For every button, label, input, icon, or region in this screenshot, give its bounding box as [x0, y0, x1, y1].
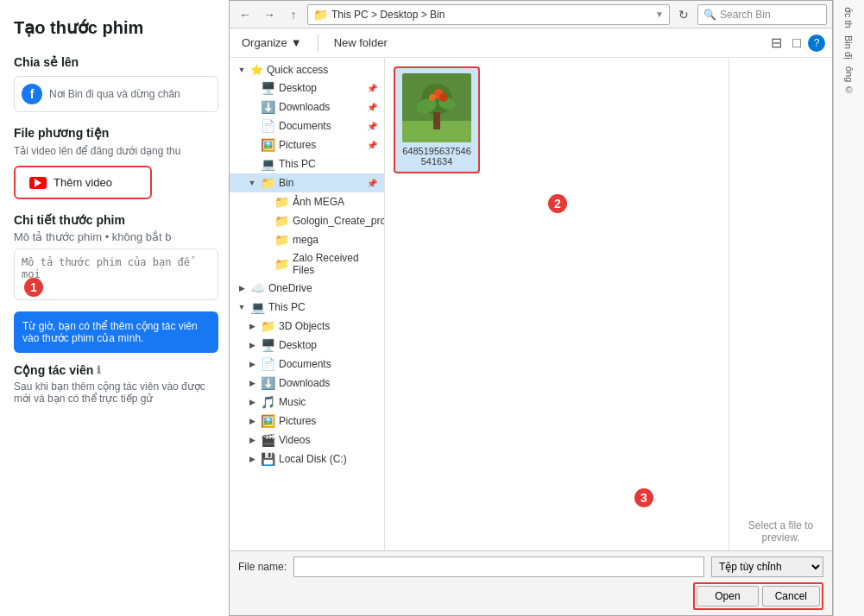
open-button[interactable]: Open [697, 586, 758, 607]
quick-access-icon: ⭐ [250, 64, 263, 76]
desktop-expand-icon [247, 83, 257, 93]
desktop-folder-icon: 🖥️ [261, 81, 275, 95]
svg-point-7 [439, 93, 448, 102]
tree-item-onedrive[interactable]: ▶ ☁️ OneDrive [230, 279, 384, 298]
tree-item-mega[interactable]: 📁 mega [230, 230, 384, 249]
3dobjects-expand-icon: ▶ [247, 321, 257, 331]
new-folder-button[interactable]: New folder [329, 34, 393, 52]
address-path[interactable]: 📁 This PC > Desktop > Bin ▼ [307, 4, 670, 25]
tree-item-desktop2[interactable]: ▶ 🖥️ Desktop [230, 336, 384, 355]
thispc2-folder-icon: 💻 [250, 300, 265, 314]
file-item-0[interactable]: 6485195637546541634 [394, 66, 480, 173]
desktop2-expand-icon: ▶ [247, 340, 257, 350]
refresh-button[interactable]: ↻ [673, 4, 694, 25]
tree-item-anh-mega[interactable]: 📁 Ảnh MEGA [230, 192, 384, 211]
page-title: Tạo thước phim [14, 17, 218, 38]
zalo-expand-icon [261, 259, 271, 269]
tree-item-desktop[interactable]: 🖥️ Desktop 📌 [230, 79, 384, 97]
file-grid: 6485195637546541634 [394, 66, 720, 173]
3dobjects-folder-icon: 📁 [261, 319, 275, 333]
downloads2-expand-icon: ▶ [247, 378, 257, 388]
tree-item-bin[interactable]: ▼ 📁 Bin 📌 [230, 173, 384, 192]
file-area: 6485195637546541634 [385, 58, 728, 550]
tree-item-downloads2[interactable]: ▶ ⬇️ Downloads [230, 374, 384, 393]
thispc-expand-icon [247, 159, 257, 169]
documents2-expand-icon: ▶ [247, 359, 257, 369]
forward-button[interactable]: → [259, 4, 280, 25]
nav-tree: ▼ ⭐ Quick access 🖥️ Desktop 📌 ⬇️ Downloa… [230, 58, 385, 550]
collab-desc: Sau khi bạn thêm cộng tác viên vào được … [14, 380, 218, 405]
edge-text-1: ớc th [843, 7, 855, 28]
tree-item-downloads[interactable]: ⬇️ Downloads 📌 [230, 97, 384, 116]
pictures2-expand-icon: ▶ [247, 416, 257, 426]
tree-item-videos[interactable]: ▶ 🎬 Videos [230, 431, 384, 449]
file-thumbnail-svg [402, 73, 471, 142]
mega-label: mega [293, 234, 318, 246]
toolbar: Organize ▼ New folder ⊟ □ ? [230, 28, 832, 58]
cancel-button[interactable]: Cancel [762, 586, 820, 607]
downloads-expand-icon [247, 102, 257, 112]
organize-button[interactable]: Organize ▼ [236, 34, 307, 52]
desc-label: Mô tả thước phim • không bắt b [14, 230, 218, 243]
view-button[interactable]: ⊟ [767, 33, 785, 53]
detail-title: Chi tiết thước phim [14, 213, 218, 227]
edge-text-2: Bin đị [843, 35, 855, 60]
bin-pin-icon: 📌 [367, 179, 377, 188]
thispc-label: This PC [279, 158, 316, 170]
share-box: f Nơi Bin đi qua và dừng chân [14, 76, 218, 112]
tree-item-thispc[interactable]: 💻 This PC [230, 154, 384, 173]
svg-rect-8 [433, 112, 440, 129]
anh-mega-folder-icon: 📁 [274, 195, 289, 209]
gologin-label: Gologin_Create_profile_... [293, 215, 385, 227]
quick-access-header[interactable]: ▼ ⭐ Quick access [230, 61, 384, 79]
anh-mega-expand-icon [261, 197, 271, 207]
pictures2-label: Pictures [279, 415, 316, 427]
tree-item-pictures[interactable]: 🖼️ Pictures 📌 [230, 135, 384, 154]
tree-item-pictures2[interactable]: ▶ 🖼️ Pictures [230, 412, 384, 431]
zalo-folder-icon: 📁 [274, 257, 289, 271]
localdisk-expand-icon: ▶ [247, 454, 257, 464]
pictures-folder-icon: 🖼️ [261, 138, 275, 152]
bin-label: Bin [279, 177, 293, 189]
anh-mega-label: Ảnh MEGA [293, 196, 344, 208]
desktop2-folder-icon: 🖥️ [261, 338, 275, 352]
tree-item-thispc2[interactable]: ▼ 💻 This PC [230, 298, 384, 317]
tree-item-music[interactable]: ▶ 🎵 Music [230, 393, 384, 412]
filename-input[interactable] [293, 556, 704, 577]
localdisk-label: Local Disk (C:) [279, 453, 347, 465]
back-button[interactable]: ← [235, 4, 255, 25]
view-toggle-button[interactable]: □ [789, 34, 804, 53]
tree-item-localdisk[interactable]: ▶ 💾 Local Disk (C:) [230, 449, 384, 468]
tree-item-gologin[interactable]: 📁 Gologin_Create_profile_... [230, 211, 384, 230]
onedrive-folder-icon: ☁️ [250, 281, 265, 295]
file-name-0: 6485195637546541634 [400, 146, 473, 167]
description-textarea[interactable] [14, 248, 218, 300]
add-video-button[interactable]: Thêm video [14, 166, 152, 199]
documents-label: Documents [279, 120, 331, 132]
add-video-label: Thêm video [54, 176, 112, 189]
desktop2-label: Desktop [279, 339, 317, 351]
filetype-select[interactable]: Tệp tùy chỉnh [711, 556, 823, 577]
up-button[interactable]: ↑ [283, 4, 304, 25]
thispc-folder-icon: 💻 [261, 157, 275, 171]
downloads2-folder-icon: ⬇️ [261, 376, 275, 390]
search-placeholder: Search Bin [720, 9, 771, 21]
path-dropdown-icon: ▼ [655, 9, 664, 19]
tree-item-3dobjects[interactable]: ▶ 📁 3D Objects [230, 317, 384, 336]
pictures-expand-icon [247, 140, 257, 150]
collab-banner: Từ giờ, bạn có thể thêm cộng tác viên và… [14, 311, 218, 353]
file-dialog: ← → ↑ 📁 This PC > Desktop > Bin ▼ ↻ 🔍 Se… [229, 0, 833, 616]
videos-label: Videos [279, 434, 310, 446]
toolbar-right: ⊟ □ ? [767, 33, 825, 53]
tree-item-documents2[interactable]: ▶ 📄 Documents [230, 355, 384, 374]
tree-item-zalo[interactable]: 📁 Zalo Received Files [230, 249, 384, 279]
share-section: Chia sẻ lên f Nơi Bin đi qua và dừng châ… [14, 55, 218, 112]
file-thumbnail-0 [402, 73, 471, 142]
tree-item-documents[interactable]: 📄 Documents 📌 [230, 116, 384, 135]
search-box[interactable]: 🔍 Search Bin [697, 4, 827, 25]
documents2-folder-icon: 📄 [261, 357, 275, 371]
preview-area: Select a file to preview. [728, 58, 832, 550]
button-row: Open Cancel [238, 582, 823, 610]
help-button[interactable]: ? [808, 35, 825, 52]
documents-expand-icon [247, 121, 257, 131]
